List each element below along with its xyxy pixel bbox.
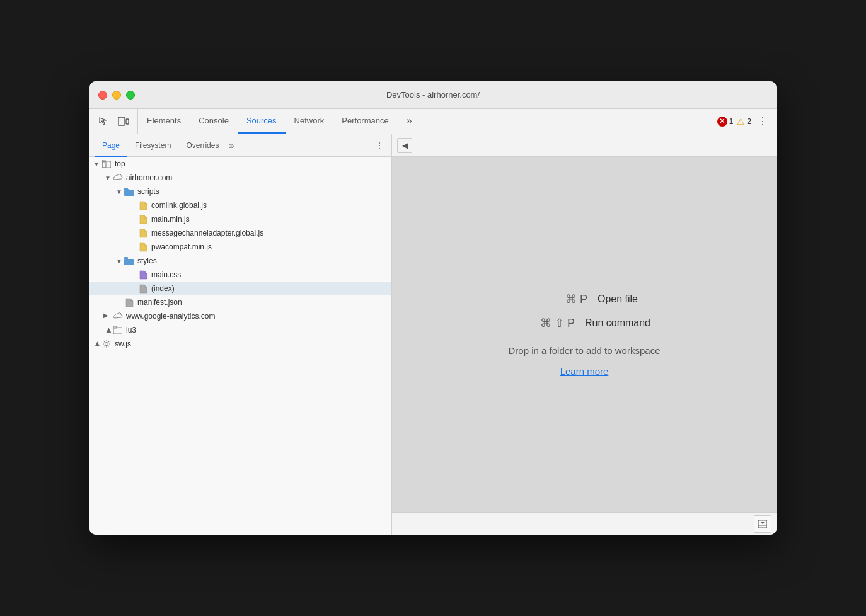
tree-arrow-airhorner: ▼: [103, 173, 112, 182]
cloud-icon-airhorner: [112, 172, 124, 183]
svg-marker-14: [761, 522, 765, 524]
warning-badge[interactable]: ⚠ 2: [737, 117, 751, 127]
tree-arrow-top: ▼: [92, 159, 101, 168]
tree-item-maincss[interactable]: ▶ main.css: [89, 268, 391, 282]
tree-label-airhorner: airhorner.com: [126, 173, 172, 182]
file-icon-manifest: [124, 297, 135, 308]
device-icon[interactable]: [115, 113, 132, 130]
title-bar: DevTools - airhorner.com/: [89, 81, 777, 109]
subtab-menu-button[interactable]: ⋮: [372, 140, 386, 151]
tree-item-mca[interactable]: ▶ messagechanneladapter.global.js: [89, 226, 391, 240]
tree-arrow-styles: ▼: [115, 256, 124, 265]
tree-item-manifest[interactable]: ▶ manifest.json: [89, 295, 391, 309]
overflow-menu-button[interactable]: ⋮: [755, 114, 770, 129]
svg-point-11: [105, 343, 108, 346]
file-icon-maincss: [137, 269, 149, 280]
gear-icon-sw: [101, 338, 112, 350]
right-panel-content: ⌘ P Open file ⌘ ⇧ P Run command Drop in …: [392, 157, 777, 512]
tree-label-ga: www.google-analytics.com: [126, 312, 215, 321]
tree-item-pwacompat[interactable]: ▶ pwacompat.min.js: [89, 240, 391, 254]
svg-rect-8: [124, 257, 128, 260]
minimize-button[interactable]: [112, 91, 121, 100]
shortcut-desc-2: Run command: [585, 317, 650, 329]
tree-arrow-iu3: ▶: [103, 326, 112, 334]
svg-rect-6: [124, 188, 128, 190]
svg-rect-0: [118, 117, 125, 125]
tree-label-manifest: manifest.json: [137, 298, 182, 307]
panel-back-button[interactable]: ◀: [397, 138, 412, 153]
tree-arrow-scripts: ▼: [115, 187, 124, 196]
shortcut-row-2: ⌘ ⇧ P Run command: [518, 316, 650, 330]
left-panel: Page Filesystem Overrides » ⋮ ▼: [89, 134, 392, 535]
tree-item-scripts[interactable]: ▼ scripts: [89, 185, 391, 198]
tab-console[interactable]: Console: [190, 109, 238, 134]
bottom-bar: [392, 512, 777, 535]
close-button[interactable]: [98, 91, 107, 100]
error-count: 1: [729, 117, 734, 126]
tree-label-scripts: scripts: [137, 187, 159, 196]
shortcut-row-1: ⌘ P Open file: [531, 292, 638, 306]
right-panel-header: ◀: [392, 134, 777, 157]
shortcut-desc-1: Open file: [598, 294, 638, 305]
main-tab-list: Elements Console Sources Network Perform…: [138, 109, 711, 134]
tree-label-top: top: [115, 159, 125, 168]
tree-label-iu3: iu3: [126, 326, 136, 334]
traffic-lights: [89, 91, 135, 100]
toolbar-right: ✕ 1 ⚠ 2 ⋮: [711, 114, 777, 129]
tab-network[interactable]: Network: [286, 109, 333, 134]
tab-sources[interactable]: Sources: [238, 109, 286, 134]
folder-icon-top: [101, 158, 112, 169]
tree-arrow-sw: ▶: [92, 339, 101, 348]
subtab-page[interactable]: Page: [95, 135, 127, 157]
svg-rect-5: [124, 190, 134, 196]
error-badge[interactable]: ✕ 1: [717, 117, 734, 127]
shortcut-keys-1: ⌘ P: [531, 292, 587, 306]
tree-label-mainjs: main.min.js: [151, 215, 190, 224]
devtools-window: DevTools - airhorner.com/ Elements Conso…: [89, 81, 777, 535]
tree-item-index[interactable]: ▶ (index): [89, 282, 391, 295]
main-toolbar: Elements Console Sources Network Perform…: [89, 109, 777, 134]
folder-icon-iu3: [112, 324, 124, 336]
tree-label-maincss: main.css: [151, 270, 181, 279]
learn-more-link[interactable]: Learn more: [560, 366, 609, 377]
tree-item-comlink[interactable]: ▶ comlink.global.js: [89, 198, 391, 212]
tree-item-sw[interactable]: ▶ sw.js: [89, 337, 391, 351]
svg-rect-1: [126, 119, 129, 124]
tree-label-index: (index): [151, 284, 175, 293]
warning-count: 2: [747, 117, 751, 126]
tree-item-iu3[interactable]: ▶ iu3: [89, 323, 391, 337]
file-icon-index: [137, 283, 149, 294]
tree-item-top[interactable]: ▼ top: [89, 157, 391, 171]
tree-item-airhorner[interactable]: ▼ airhorner.com: [89, 171, 391, 185]
tab-performance[interactable]: Performance: [333, 109, 397, 134]
main-content: Page Filesystem Overrides » ⋮ ▼: [89, 134, 777, 535]
shortcut-keys-2: ⌘ ⇧ P: [518, 316, 575, 330]
drawer-toggle-button[interactable]: [754, 515, 771, 533]
right-panel: ◀ ⌘ P Open file ⌘ ⇧ P Run command Drop i…: [392, 134, 777, 535]
tab-more[interactable]: »: [398, 109, 421, 134]
maximize-button[interactable]: [126, 91, 135, 100]
tree-label-pwacompat: pwacompat.min.js: [151, 242, 212, 251]
inspect-icon[interactable]: [95, 113, 112, 130]
tree-item-mainjs[interactable]: ▶ main.min.js: [89, 212, 391, 226]
error-icon: ✕: [717, 117, 727, 127]
window-title: DevTools - airhorner.com/: [386, 90, 480, 100]
subtab-more-button[interactable]: »: [226, 140, 236, 151]
tree-item-googleanalytics[interactable]: ▶ www.google-analytics.com: [89, 309, 391, 323]
file-icon-mainjs: [137, 214, 149, 225]
workspace-text: Drop in a folder to add to workspace: [509, 345, 661, 356]
tab-elements[interactable]: Elements: [138, 109, 190, 134]
subtab-overrides[interactable]: Overrides: [178, 135, 226, 157]
file-icon-comlink: [137, 200, 149, 211]
subtab-filesystem[interactable]: Filesystem: [127, 135, 178, 157]
file-icon-mca: [137, 227, 149, 239]
tree-item-styles[interactable]: ▼ styles: [89, 254, 391, 268]
svg-rect-7: [124, 259, 134, 265]
warning-icon: ⚠: [737, 117, 745, 127]
sub-tab-bar: Page Filesystem Overrides » ⋮: [89, 134, 391, 157]
file-icon-pwacompat: [137, 241, 149, 253]
toolbar-icon-group: [89, 109, 138, 134]
tree-label-comlink: comlink.global.js: [151, 201, 207, 210]
tree-label-sw: sw.js: [115, 339, 131, 348]
file-tree: ▼ top ▼: [89, 157, 391, 535]
